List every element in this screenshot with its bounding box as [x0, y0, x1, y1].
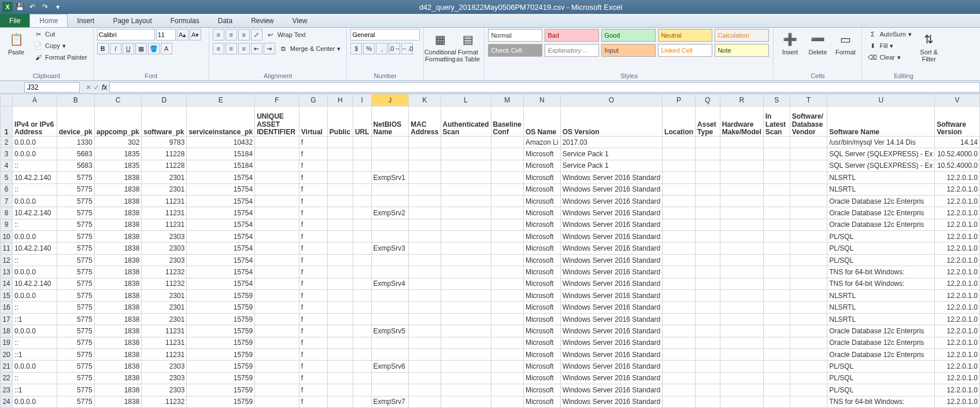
orientation-icon[interactable]: ⤢	[251, 29, 262, 41]
cell-F11[interactable]	[255, 242, 299, 254]
cell-T7[interactable]	[790, 195, 827, 207]
cell-H1[interactable]: Public	[327, 106, 353, 137]
cell-B20[interactable]: 5775	[57, 349, 94, 361]
cell-M2[interactable]	[491, 136, 523, 148]
cell-B4[interactable]: 5683	[57, 160, 94, 171]
cell-D10[interactable]: 2303	[142, 231, 187, 242]
cell-J13[interactable]	[371, 266, 409, 278]
cell-T4[interactable]	[790, 160, 827, 171]
cell-D7[interactable]: 11231	[142, 195, 187, 207]
cell-D9[interactable]: 11231	[142, 219, 187, 230]
cell-I21[interactable]	[353, 361, 371, 372]
cell-S14[interactable]	[763, 278, 790, 289]
cell-S20[interactable]	[763, 349, 790, 361]
cell-R6[interactable]	[720, 183, 763, 195]
cell-P7[interactable]	[663, 195, 696, 207]
cell-B16[interactable]: 5775	[57, 302, 94, 313]
cell-F16[interactable]	[255, 302, 299, 313]
cell-H19[interactable]	[327, 337, 353, 348]
cell-O4[interactable]: Service Pack 1	[560, 160, 662, 171]
row-header-22[interactable]: 22	[1, 372, 13, 384]
cell-E22[interactable]: 15759	[187, 372, 255, 384]
cell-Q23[interactable]	[696, 384, 720, 396]
cell-N23[interactable]: Microsoft	[523, 384, 560, 396]
cell-P15[interactable]	[663, 290, 696, 302]
cell-H11[interactable]	[327, 242, 353, 254]
col-header-I[interactable]: I	[353, 94, 371, 106]
cell-C20[interactable]: 1838	[94, 349, 142, 361]
tab-home[interactable]: Home	[29, 14, 68, 27]
cell-D19[interactable]: 11231	[142, 337, 187, 348]
cell-N10[interactable]: Microsoft	[523, 231, 560, 242]
cell-S6[interactable]	[763, 183, 790, 195]
col-header-M[interactable]: M	[491, 94, 523, 106]
cell-H8[interactable]	[327, 207, 353, 219]
cell-V14[interactable]: 12.2.0.1.0	[935, 278, 980, 289]
cell-A1[interactable]: IPv4 or IPv6 Address	[13, 106, 57, 137]
cell-U19[interactable]: Oracle Database 12c Enterpris	[827, 337, 935, 348]
cell-D17[interactable]: 2301	[142, 313, 187, 325]
cell-N3[interactable]: Microsoft	[523, 148, 560, 160]
cell-G18[interactable]: f	[299, 325, 327, 337]
cell-C16[interactable]: 1838	[94, 302, 142, 313]
format-as-table-button[interactable]: ▤Format as Table	[455, 29, 480, 64]
cell-F22[interactable]	[255, 372, 299, 384]
cell-L8[interactable]	[441, 207, 491, 219]
cell-N19[interactable]: Microsoft	[523, 337, 560, 348]
cell-L13[interactable]	[441, 266, 491, 278]
cell-S13[interactable]	[763, 266, 790, 278]
cell-S12[interactable]	[763, 254, 790, 266]
col-header-Q[interactable]: Q	[696, 94, 720, 106]
cell-A9[interactable]: ::	[13, 219, 57, 230]
cell-J6[interactable]	[371, 183, 409, 195]
cell-Q4[interactable]	[696, 160, 720, 171]
cell-O6[interactable]: Windows Server 2016 Standard	[560, 183, 662, 195]
cell-L12[interactable]	[441, 254, 491, 266]
row-header-16[interactable]: 16	[1, 302, 13, 313]
cell-I20[interactable]	[353, 349, 371, 361]
cell-K1[interactable]: MAC Address	[409, 106, 441, 137]
cell-Q11[interactable]	[696, 242, 720, 254]
decrease-font-icon[interactable]: A▾	[190, 29, 201, 41]
cell-T15[interactable]	[790, 290, 827, 302]
cell-N15[interactable]: Microsoft	[523, 290, 560, 302]
cell-M16[interactable]	[491, 302, 523, 313]
cell-A22[interactable]: ::	[13, 372, 57, 384]
cell-U18[interactable]: Oracle Database 12c Enterpris	[827, 325, 935, 337]
tab-insert[interactable]: Insert	[68, 14, 103, 27]
increase-font-icon[interactable]: A▴	[177, 29, 188, 41]
redo-icon[interactable]: ↷	[39, 2, 51, 12]
cell-F7[interactable]	[255, 195, 299, 207]
cell-N1[interactable]: OS Name	[523, 106, 560, 137]
cell-H5[interactable]	[327, 172, 353, 183]
cell-I19[interactable]	[353, 337, 371, 348]
cell-Q14[interactable]	[696, 278, 720, 289]
cell-C11[interactable]: 1838	[94, 242, 142, 254]
cell-A20[interactable]: ::1	[13, 349, 57, 361]
cell-N21[interactable]: Microsoft	[523, 361, 560, 372]
cell-L23[interactable]	[441, 384, 491, 396]
cell-U13[interactable]: TNS for 64-bit Windows:	[827, 266, 935, 278]
cell-O16[interactable]: Windows Server 2016 Standard	[560, 302, 662, 313]
cell-J24[interactable]: ExmpSrv7	[371, 396, 409, 407]
cell-D11[interactable]: 2303	[142, 242, 187, 254]
formula-input[interactable]	[109, 82, 980, 93]
cell-J4[interactable]	[371, 160, 409, 171]
cell-N8[interactable]: Microsoft	[523, 207, 560, 219]
cell-P19[interactable]	[663, 337, 696, 348]
cell-R10[interactable]	[720, 231, 763, 242]
cell-E4[interactable]: 15184	[187, 160, 255, 171]
cell-O8[interactable]: Windows Server 2016 Standard	[560, 207, 662, 219]
cell-G24[interactable]: f	[299, 396, 327, 407]
cell-T23[interactable]	[790, 384, 827, 396]
cell-H24[interactable]	[327, 396, 353, 407]
cell-F18[interactable]	[255, 325, 299, 337]
cell-N11[interactable]: Microsoft	[523, 242, 560, 254]
cell-I1[interactable]: URL	[353, 106, 371, 137]
cell-B15[interactable]: 5775	[57, 290, 94, 302]
cell-J20[interactable]	[371, 349, 409, 361]
cell-H20[interactable]	[327, 349, 353, 361]
fill-button[interactable]: ⬇Fill ▾	[866, 41, 914, 51]
cell-K14[interactable]	[409, 278, 441, 289]
cell-I3[interactable]	[353, 148, 371, 160]
